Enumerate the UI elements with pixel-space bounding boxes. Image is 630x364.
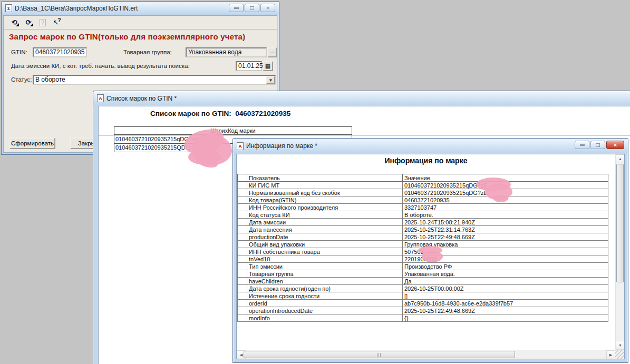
- list-column-header[interactable]: ШтрихКод марки: [114, 126, 352, 135]
- info-row[interactable]: Общий вид упаковки Групповая упаковка: [238, 241, 608, 248]
- info-key: productionDate: [247, 233, 403, 241]
- row-selector[interactable]: [238, 314, 247, 322]
- info-value: Групповая упаковка: [403, 241, 608, 248]
- row-selector[interactable]: [238, 189, 247, 196]
- info-value: ab7c950b-16d8-4930-ac6e-e2da339f7b57: [403, 300, 608, 307]
- row-selector[interactable]: [238, 292, 247, 300]
- close-button[interactable]: ×: [606, 141, 624, 149]
- row-selector[interactable]: [238, 226, 247, 233]
- info-value: 04603721020935: [403, 196, 608, 204]
- info-key: operationIntroducedDate: [247, 307, 403, 314]
- row-selector[interactable]: [238, 211, 247, 219]
- info-row[interactable]: Дата нанесения 2025-10-25T22:31:14.763Z: [238, 226, 608, 233]
- info-row[interactable]: haveChildren Да: [238, 278, 608, 285]
- window1-titlebar[interactable]: Σ D:\Basa_1C\Вега\ЗапросМарокПоGTIN.ert …: [2, 2, 279, 15]
- vertical-scroll-thumb[interactable]: [616, 164, 624, 282]
- scroll-up-icon[interactable]: ▲: [616, 154, 625, 163]
- row-selector[interactable]: [238, 204, 247, 211]
- column-header-value[interactable]: Значение: [403, 174, 608, 182]
- info-row[interactable]: КИ ГИС МТ 0104603721020935215qDG?zE: [238, 182, 608, 189]
- column-header-indicator[interactable]: Показатель: [247, 174, 403, 182]
- scroll-down-icon[interactable]: ▼: [616, 341, 625, 350]
- row-selector[interactable]: [238, 307, 247, 314]
- info-row[interactable]: Код статуса КИ В обороте.: [238, 211, 608, 219]
- window2-titlebar[interactable]: A Список марок по GTIN *: [93, 91, 630, 105]
- info-key: Дата срока годности(годен по): [247, 285, 403, 292]
- gtin-input[interactable]: 04603721020935: [33, 47, 87, 57]
- info-heading: Информация по марке: [237, 156, 615, 165]
- info-row[interactable]: Дата эмиссии 2025-10-24T15:08:21.940Z: [238, 219, 608, 226]
- row-selector[interactable]: [238, 219, 247, 226]
- status-dropdown[interactable]: В обороте ▼: [33, 75, 276, 85]
- horizontal-scrollbar[interactable]: ◀ ▶: [237, 350, 615, 359]
- row-selector[interactable]: [238, 278, 247, 285]
- row-selector[interactable]: [238, 182, 247, 189]
- window2-title: Список марок по GTIN *: [106, 95, 177, 102]
- info-value: 507503: [403, 248, 608, 255]
- info-row[interactable]: ИНН собственника товара 507503: [238, 248, 608, 255]
- info-value: 2025-10-25T22:49:48.669Z: [403, 307, 608, 314]
- info-key: Дата эмиссии: [247, 219, 403, 226]
- row-selector[interactable]: [238, 263, 247, 270]
- info-row[interactable]: Тип эмиссии Производство РФ: [238, 263, 608, 270]
- section-rotate-right-icon[interactable]: ⟳: [23, 18, 34, 27]
- info-key: Тип эмиссии: [247, 263, 403, 270]
- generate-button[interactable]: Сформировать: [9, 137, 55, 149]
- info-row[interactable]: Нормализованный код без скобок 010460372…: [238, 189, 608, 196]
- info-key: Нормализованный код без скобок: [247, 189, 403, 196]
- ert-file-icon: Σ: [5, 4, 12, 12]
- row-selector[interactable]: [238, 248, 247, 255]
- row-selector[interactable]: [238, 300, 247, 307]
- info-row[interactable]: orderId ab7c950b-16d8-4930-ac6e-e2da339f…: [238, 300, 608, 307]
- resize-grip[interactable]: [615, 350, 624, 359]
- info-row[interactable]: Истечение срока годности []: [238, 292, 608, 300]
- context-help-icon[interactable]: ↖ ?: [52, 18, 62, 27]
- info-row[interactable]: modInfo {}: [238, 314, 608, 322]
- info-value: В обороте.: [403, 211, 608, 219]
- info-row[interactable]: productionDate 2025-10-25T22:49:48.669Z: [238, 233, 608, 241]
- info-value: 2025-10-24T15:08:21.940Z: [403, 219, 608, 226]
- emission-date-label: Дата эмиссии КИ, с кот. треб. начать. вы…: [11, 63, 190, 69]
- scroll-right-icon[interactable]: ▶: [606, 350, 615, 359]
- calendar-icon[interactable]: ▦: [263, 61, 273, 71]
- info-key: Истечение срока годности: [247, 292, 403, 300]
- restore-button[interactable]: [590, 141, 605, 149]
- product-group-picker-button[interactable]: ...: [267, 47, 277, 57]
- info-key: Общий вид упаковки: [247, 241, 403, 248]
- row-selector[interactable]: [238, 285, 247, 292]
- info-value: 2025-10-25T22:31:14.763Z: [403, 226, 608, 233]
- info-row[interactable]: Дата срока годности(годен по) 2026-10-25…: [238, 285, 608, 292]
- product-group-field[interactable]: Упакованная вода: [186, 47, 267, 57]
- info-value: []: [403, 292, 608, 300]
- restore-button[interactable]: [245, 4, 259, 12]
- row-selector[interactable]: [238, 270, 247, 278]
- help-icon: ?: [37, 18, 48, 27]
- info-row[interactable]: Код товара(GTIN) 04603721020935: [238, 196, 608, 204]
- info-value: 2025-10-25T22:49:48.669Z: [403, 233, 608, 241]
- info-value: Да: [403, 278, 608, 285]
- horizontal-scroll-thumb[interactable]: [244, 351, 515, 358]
- row-selector[interactable]: [238, 255, 247, 263]
- row-selector[interactable]: [238, 241, 247, 248]
- row-selector[interactable]: [238, 233, 247, 241]
- report-icon: A: [237, 142, 244, 150]
- section-rotate-left-icon[interactable]: ⟲: [9, 18, 20, 27]
- window3-titlebar[interactable]: A Информация по марке * ×: [233, 139, 628, 153]
- info-row[interactable]: operationIntroducedDate 2025-10-25T22:49…: [238, 307, 608, 314]
- info-row[interactable]: ИНН Российского производителя 3327103747: [238, 204, 608, 211]
- minimize-button[interactable]: [575, 141, 589, 149]
- info-value: 2201900000: [403, 255, 608, 263]
- product-group-label: Товарная группа;: [123, 49, 172, 55]
- info-value: Упакованная вода.: [403, 270, 608, 278]
- window1-toolbar: ⟲ ⟳ ? ↖ ?: [4, 16, 277, 29]
- emission-date-input[interactable]: 01.01.25: [236, 61, 262, 71]
- mark-info-table: Показатель Значение КИ ГИС МТ 0104603721…: [237, 174, 608, 322]
- info-key: КИ ГИС МТ: [247, 182, 403, 189]
- info-row[interactable]: Товарная группа Упакованная вода.: [238, 270, 608, 278]
- row-selector[interactable]: [238, 196, 247, 204]
- chevron-down-icon[interactable]: ▼: [266, 76, 275, 84]
- minimize-button[interactable]: [229, 4, 244, 12]
- info-row[interactable]: tnVed10 2201900000: [238, 255, 608, 263]
- close-button[interactable]: ×: [260, 4, 275, 12]
- vertical-scrollbar[interactable]: ▲ ▼: [615, 154, 624, 350]
